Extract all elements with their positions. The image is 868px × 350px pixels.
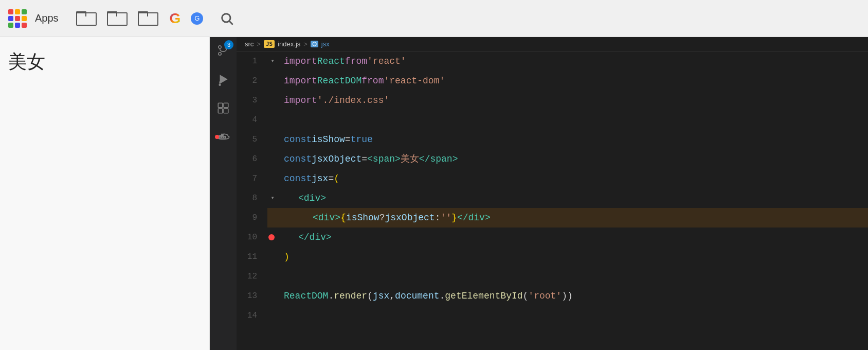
svg-marker-5 (220, 75, 228, 83)
folder-icon-1[interactable] (76, 11, 95, 26)
code-line-13: ReactDOM . render ( jsx , document . get… (267, 286, 868, 306)
code-line-10: </div> (267, 227, 868, 247)
google-badge: G (191, 12, 203, 25)
svg-rect-9 (218, 109, 223, 113)
jsx-icon: ⬡ (311, 41, 318, 47)
svg-point-2 (219, 46, 221, 48)
browser-bar: Apps G G (0, 0, 868, 37)
code-line-3: import './index.css' (267, 91, 868, 110)
docker-red-dot (215, 135, 219, 139)
code-editor[interactable]: 1 2 3 4 5 6 7 8 9 10 11 12 13 14 (237, 51, 868, 350)
extensions-icon[interactable] (214, 99, 232, 117)
run-debug-icon[interactable] (214, 70, 232, 89)
apps-grid (8, 9, 27, 28)
breadcrumb-indexjs: index.js (278, 40, 300, 48)
code-line-7: const jsx = ( (267, 169, 868, 188)
code-line-1: ▾ import React from 'react' (267, 51, 868, 71)
code-line-12 (267, 267, 868, 286)
breadcrumb: src > JS index.js > ⬡ jsx (237, 37, 868, 51)
breadcrumb-sep-1: > (257, 40, 261, 48)
main-content: 美女 3 (0, 37, 868, 350)
line-numbers: 1 2 3 4 5 6 7 8 9 10 11 12 13 14 (237, 51, 263, 350)
code-content: ▾ import React from 'react' import React… (263, 51, 868, 350)
apps-label: Apps (35, 12, 59, 24)
collapse-arrow-8[interactable]: ▾ (270, 188, 274, 208)
svg-rect-8 (224, 103, 228, 108)
activity-bar: 3 (210, 37, 237, 350)
svg-point-6 (219, 84, 221, 86)
vscode-area: 3 (210, 37, 868, 350)
svg-rect-7 (218, 103, 223, 108)
source-control-icon[interactable]: 3 (214, 41, 232, 60)
svg-point-0 (222, 13, 230, 22)
code-line-6: const jsxObject = <span> 美女 </span> (267, 149, 868, 169)
svg-rect-10 (224, 109, 228, 113)
code-line-2: import ReactDOM from 'react-dom' (267, 71, 868, 91)
code-line-5: const isShow = true (267, 130, 868, 149)
breadcrumb-src: src (245, 40, 254, 48)
js-file-badge: JS (264, 40, 275, 48)
code-line-14 (267, 306, 868, 325)
code-line-11: ) (267, 247, 868, 267)
code-line-8: ▾ <div> (267, 188, 868, 208)
folder-icon-3[interactable] (138, 11, 156, 26)
svg-line-1 (230, 21, 233, 24)
svg-rect-11 (219, 136, 221, 138)
code-line-4 (267, 110, 868, 130)
source-control-badge: 3 (224, 40, 233, 49)
code-line-9: <div> { isShow ? jsxObject : '' } </div> (267, 208, 868, 227)
folder-icon-2[interactable] (107, 11, 125, 26)
collapse-arrow-1[interactable]: ▾ (270, 51, 274, 71)
breadcrumb-jsx: jsx (321, 40, 330, 48)
svg-point-4 (219, 52, 221, 55)
left-panel: 美女 (0, 37, 210, 350)
breadcrumb-sep-2: > (303, 40, 308, 48)
chinese-text: 美女 (8, 49, 201, 75)
svg-rect-13 (224, 136, 225, 138)
docker-icon[interactable] (214, 128, 232, 146)
editor-area: src > JS index.js > ⬡ jsx 1 2 3 4 5 6 7 (237, 37, 868, 350)
svg-rect-12 (222, 136, 223, 138)
google-icon: G (170, 10, 181, 27)
browser-search-button[interactable] (218, 9, 236, 28)
